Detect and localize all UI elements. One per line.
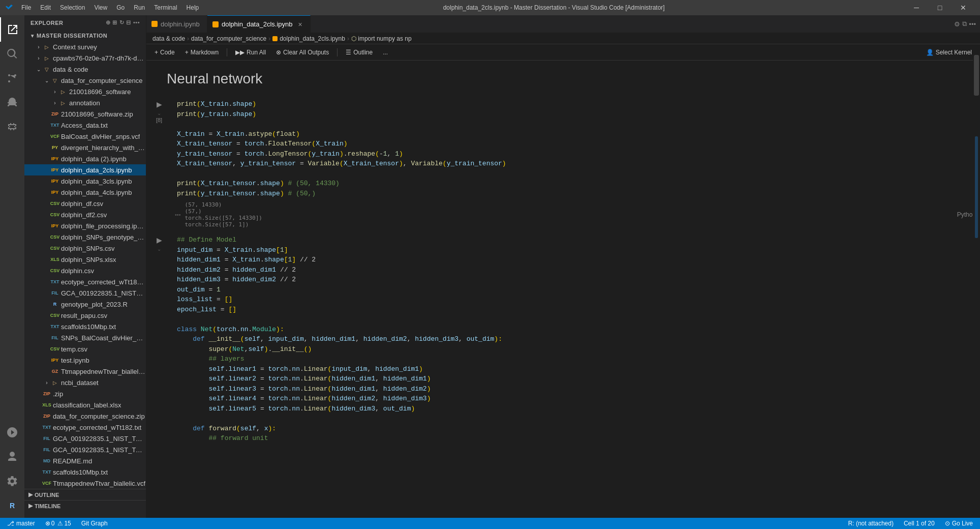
cell-1-run-button[interactable]: ▶ — [153, 98, 165, 110]
sidebar-item-6[interactable]: ZIP210018696_software.zip — [24, 108, 146, 120]
go-live-item[interactable]: ⊙ Go Live — [942, 518, 976, 529]
add-code-button[interactable]: + Code — [150, 48, 179, 57]
sidebar-item-27[interactable]: CSVtemp.csv — [24, 343, 146, 355]
sidebar-item-21[interactable]: TXTecotype_corrected_wTt182.txt — [24, 276, 146, 287]
activity-settings[interactable] — [0, 469, 24, 493]
sidebar-item-14[interactable]: CSVdolphin_df.csv — [24, 198, 146, 209]
sidebar-item-3[interactable]: ⌄▽data_for_computer_science — [24, 75, 146, 86]
activity-search[interactable] — [0, 42, 24, 66]
more-actions-icon[interactable]: ••• — [133, 19, 140, 26]
sidebar-item-18[interactable]: CSVdolphin_SNPs.csv — [24, 243, 146, 254]
breadcrumb-notebook[interactable]: dolphin_data_2cls.ipynb — [272, 35, 345, 42]
menu-file[interactable]: File — [17, 3, 35, 12]
new-folder-icon[interactable]: ⊞ — [112, 19, 117, 26]
activity-r[interactable]: R — [0, 493, 24, 518]
select-kernel-button[interactable]: 👤 Select Kernel — [922, 48, 976, 57]
sidebar-item-23[interactable]: Rgenotype_plot_2023.R — [24, 299, 146, 310]
minimize-button[interactable]: ─ — [905, 0, 928, 15]
activity-git[interactable] — [0, 66, 24, 91]
sidebar-item-7[interactable]: TXTAccess_data.txt — [24, 120, 146, 131]
breadcrumb-data-code[interactable]: data & code — [152, 35, 185, 42]
tab-close-dolphin-2cls[interactable]: × — [296, 20, 305, 29]
cell-1-expand[interactable]: ⌄ — [157, 110, 161, 116]
sidebar-item-28[interactable]: IPYtest.ipynb — [24, 355, 146, 366]
sidebar-item-32[interactable]: XLSclassification_label.xlsx — [24, 399, 146, 410]
menu-view[interactable]: View — [90, 3, 111, 12]
sidebar-item-4[interactable]: ›▷210018696_software — [24, 86, 146, 97]
sidebar-item-30[interactable]: ›▷ncbi_dataset — [24, 377, 146, 388]
sidebar-item-36[interactable]: FILGCA_001922835.1_NIST_Tur_tru_v1... — [24, 444, 146, 455]
cell-2-expand[interactable]: ⌄ — [157, 246, 161, 252]
outline-header[interactable]: ▶ OUTLINE — [24, 489, 146, 500]
sidebar-item-9[interactable]: PYdivergent_hierarchy_with_pop23.p... — [24, 142, 146, 153]
sidebar-item-34[interactable]: TXTecotype_corrected_wTt182.txt — [24, 422, 146, 433]
sidebar-item-38[interactable]: TXTscaffolds10Mbp.txt — [24, 466, 146, 478]
sidebar-item-1[interactable]: ›▷cpawbs76-0z0e-a77r-dh7k-d781w6q... — [24, 52, 146, 64]
sidebar-section-title[interactable]: ▼ MASTER DISSERTATION — [24, 30, 146, 41]
sidebar-item-22[interactable]: FILGCA_001922835.1_NIST_Tur_tru_v... — [24, 287, 146, 299]
kernel-item[interactable]: R: (not attached) — [845, 518, 897, 529]
outline-button[interactable]: ☰ Outline — [342, 48, 377, 57]
git-graph-item[interactable]: Git Graph — [78, 518, 111, 529]
sidebar-item-29[interactable]: GZTtmappednewTtvar_biallelic.vcf.gz — [24, 366, 146, 377]
errors-item[interactable]: ⊗ 0 ⚠ 15 — [42, 518, 74, 529]
sidebar-item-0[interactable]: ›▷Context survey — [24, 41, 146, 52]
cell-1-code[interactable]: print(X_train.shape) print(y_train.shape… — [173, 96, 980, 201]
tab-dolphin[interactable]: dolphin.ipynb — [146, 15, 207, 33]
sidebar-item-37[interactable]: MDREADME.md — [24, 455, 146, 466]
sidebar-item-10[interactable]: IPYdolphin_data (2).ipynb — [24, 153, 146, 164]
clear-outputs-button[interactable]: ⊗ Clear All Outputs — [272, 48, 333, 57]
activity-explorer[interactable] — [0, 17, 24, 42]
refresh-icon[interactable]: ↻ — [119, 19, 125, 26]
tab-dolphin-2cls[interactable]: dolphin_data_2cls.ipynb × — [207, 15, 311, 33]
sidebar-item-33[interactable]: ZIPdata_for_computer_science.zip — [24, 410, 146, 422]
sidebar-item-11[interactable]: IPYdolphin_data_2cls.ipynb — [24, 164, 146, 175]
collapse-icon[interactable]: ⊟ — [126, 19, 131, 26]
sidebar-item-12[interactable]: IPYdolphin_data_3cls.ipynb — [24, 175, 146, 187]
sidebar-item-19[interactable]: XLSdolphin_SNPs.xlsx — [24, 254, 146, 265]
cell-2-run-button[interactable]: ▶ — [153, 234, 165, 246]
timeline-header[interactable]: ▶ TIMELINE — [24, 501, 146, 511]
editor-settings-icon[interactable]: ⚙ — [954, 20, 960, 28]
run-all-button[interactable]: ▶▶ Run All — [231, 48, 270, 57]
sidebar-item-26[interactable]: FILSNPs_BalCoast_divHier_annotatio... — [24, 332, 146, 343]
sidebar-item-25[interactable]: TXTscaffolds10Mbp.txt — [24, 321, 146, 332]
close-button[interactable]: ✕ — [952, 0, 975, 15]
sidebar-item-2[interactable]: ⌄▽data & code — [24, 64, 146, 75]
menu-run[interactable]: Run — [130, 3, 149, 12]
new-file-icon[interactable]: ⊕ — [106, 19, 111, 26]
add-markdown-button[interactable]: + Markdown — [181, 48, 223, 57]
menu-selection[interactable]: Selection — [56, 3, 89, 12]
sidebar-item-16[interactable]: IPYdolphin_file_processing.ipynb — [24, 220, 146, 231]
cell-2-code[interactable]: ## Define Model input_dim = X_train.shap… — [173, 232, 980, 447]
sidebar-item-35[interactable]: FILGCA_001922835.1_NIST_Tur_tru_v1... — [24, 433, 146, 444]
git-branch-item[interactable]: ⎇ master — [4, 518, 38, 529]
activity-debug[interactable] — [0, 91, 24, 115]
menu-terminal[interactable]: Terminal — [150, 3, 181, 12]
scrollbar-thumb[interactable] — [974, 55, 979, 96]
cell-info-item[interactable]: Cell 1 of 20 — [901, 518, 938, 529]
breadcrumb-symbol[interactable]: ⬡ import numpy as np — [351, 35, 412, 42]
menu-help[interactable]: Help — [182, 3, 203, 12]
split-editor-icon[interactable]: ⧉ — [962, 20, 967, 28]
sidebar-item-13[interactable]: IPYdolphin_data_4cls.ipynb — [24, 187, 146, 198]
sidebar-item-15[interactable]: CSVdolphin_df2.csv — [24, 209, 146, 220]
activity-account[interactable] — [0, 445, 24, 469]
sidebar-item-39[interactable]: VCFTtmappednewTtvar_biallelic.vcf — [24, 478, 146, 489]
menu-edit[interactable]: Edit — [36, 3, 55, 12]
more-actions-icon[interactable]: ••• — [969, 20, 976, 28]
editor-scrollbar[interactable] — [973, 45, 980, 518]
sidebar-item-5[interactable]: ›▷annotation — [24, 97, 146, 108]
menu-go[interactable]: Go — [112, 3, 129, 12]
sidebar-item-20[interactable]: CSVdolphin.csv — [24, 265, 146, 276]
activity-extensions[interactable] — [0, 115, 24, 139]
sidebar-item-17[interactable]: CSVdolphin_SNPs_genotype_data.csv — [24, 231, 146, 243]
sidebar-item-24[interactable]: CSVresult_papu.csv — [24, 310, 146, 321]
breadcrumb-data-cs[interactable]: data_for_computer_science — [191, 35, 266, 42]
sidebar-item-31[interactable]: ZIP.zip — [24, 388, 146, 399]
sidebar-actions[interactable]: ⊕ ⊞ ↻ ⊟ ••• — [106, 19, 140, 26]
maximize-button[interactable]: □ — [928, 0, 952, 15]
more-button[interactable]: ... — [379, 48, 392, 57]
sidebar-item-8[interactable]: VCFBalCoast_divHier_snps.vcf — [24, 131, 146, 142]
titlebar-controls[interactable]: ─ □ ✕ — [905, 0, 975, 15]
